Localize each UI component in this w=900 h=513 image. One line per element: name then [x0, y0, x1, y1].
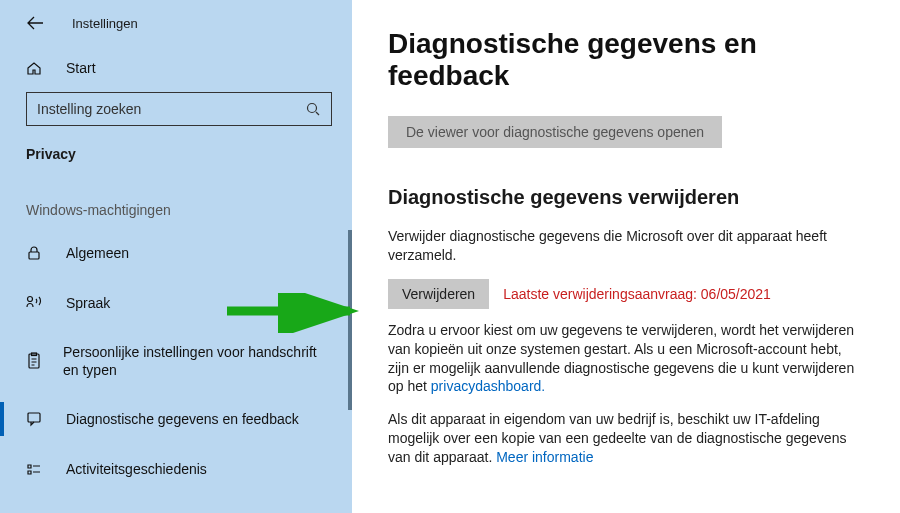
search-input-box[interactable]: [26, 92, 332, 126]
main-content: Diagnostische gegevens en feedback De vi…: [352, 0, 900, 513]
open-viewer-button[interactable]: De viewer voor diagnostische gegevens op…: [388, 116, 722, 148]
sidebar-header: Instellingen: [0, 14, 352, 50]
svg-point-0: [308, 104, 317, 113]
sidebar-item-home[interactable]: Start: [0, 50, 352, 86]
more-info-link[interactable]: Meer informatie: [496, 449, 593, 465]
delete-para2: Als dit apparaat in eigendom van uw bedr…: [388, 410, 860, 467]
lock-icon: [26, 245, 48, 261]
home-icon: [26, 60, 48, 76]
sidebar-item-label: Activiteitsgeschiedenis: [66, 461, 207, 477]
speech-icon: [26, 295, 48, 311]
delete-intro-text: Verwijder diagnostische gegevens die Mic…: [388, 227, 860, 265]
delete-para2-text: Als dit apparaat in eigendom van uw bedr…: [388, 411, 846, 465]
sidebar-item-speech[interactable]: Spraak: [0, 278, 352, 328]
svg-rect-3: [29, 354, 39, 368]
back-icon[interactable]: [26, 14, 44, 32]
feedback-icon: [26, 411, 48, 427]
sidebar-item-label: Algemeen: [66, 245, 129, 261]
delete-section-title: Diagnostische gegevens verwijderen: [388, 186, 860, 209]
sidebar-item-general[interactable]: Algemeen: [0, 228, 352, 278]
privacy-dashboard-link[interactable]: privacydashboard.: [431, 378, 545, 394]
sidebar-item-ink[interactable]: Persoonlijke instellingen voor handschri…: [0, 328, 352, 394]
sidebar-item-label: Start: [66, 60, 96, 76]
settings-sidebar: Instellingen Start Privacy Windows-macht…: [0, 0, 352, 513]
app-title: Instellingen: [72, 16, 138, 31]
sidebar-item-diag[interactable]: Diagnostische gegevens en feedback: [0, 394, 352, 444]
delete-para1: Zodra u ervoor kiest om uw gegevens te v…: [388, 321, 860, 397]
delete-button[interactable]: Verwijderen: [388, 279, 489, 309]
page-title: Diagnostische gegevens en feedback: [388, 28, 860, 92]
search-wrap: [0, 86, 352, 138]
search-input[interactable]: [37, 101, 305, 117]
sidebar-category: Privacy: [0, 138, 352, 182]
clipboard-icon: [26, 352, 45, 370]
sidebar-section-header: Windows-machtigingen: [0, 182, 352, 228]
sidebar-item-activity[interactable]: Activiteitsgeschiedenis: [0, 444, 352, 494]
sidebar-item-label: Diagnostische gegevens en feedback: [66, 411, 299, 427]
delete-row: Verwijderen Laatste verwijderingsaanvraa…: [388, 279, 860, 309]
svg-point-2: [28, 297, 33, 302]
sidebar-item-label: Spraak: [66, 295, 110, 311]
sidebar-item-label: Persoonlijke instellingen voor handschri…: [63, 343, 332, 379]
svg-rect-5: [28, 413, 40, 422]
sidebar-scrollbar[interactable]: [348, 230, 352, 410]
svg-rect-1: [29, 252, 39, 259]
search-icon: [305, 101, 321, 117]
delete-status: Laatste verwijderingsaanvraag: 06/05/202…: [503, 286, 771, 302]
history-icon: [26, 461, 48, 477]
